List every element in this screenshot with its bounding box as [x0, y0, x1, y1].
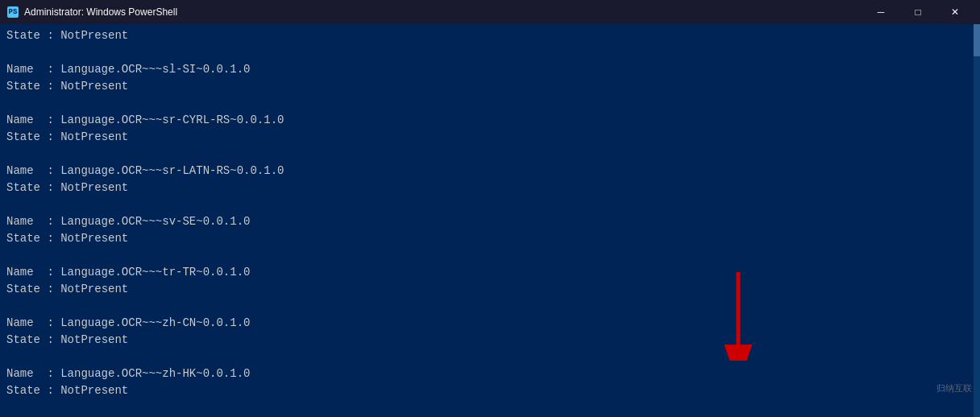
line-8: State : NotPresent: [6, 230, 974, 247]
line-1: Name : Language.OCR~~~sl-SI~0.0.1.0: [6, 61, 974, 78]
line-0: State : NotPresent: [6, 27, 974, 44]
powershell-window: PS Administrator: Windows PowerShell ─ □…: [0, 0, 980, 417]
window-title: Administrator: Windows PowerShell: [24, 6, 177, 18]
line-11: Name : Language.OCR~~~zh-CN~0.0.1.0: [6, 315, 974, 332]
line-10: State : NotPresent: [6, 281, 974, 298]
titlebar: PS Administrator: Windows PowerShell ─ □…: [0, 0, 980, 24]
terminal-body: State : NotPresent Name : Language.OCR~~…: [0, 24, 980, 417]
minimize-button[interactable]: ─: [862, 0, 899, 24]
line-blank-4: [6, 247, 974, 264]
line-4: State : NotPresent: [6, 129, 974, 146]
window-controls: ─ □ ✕: [862, 0, 974, 24]
powershell-icon: PS: [6, 6, 19, 19]
line-14: State : NotPresent: [6, 382, 974, 399]
line-12: State : NotPresent: [6, 332, 974, 349]
line-blank-1: [6, 95, 974, 112]
watermark: 归纳互联: [936, 382, 972, 394]
scrollbar[interactable]: [974, 24, 980, 417]
titlebar-left: PS Administrator: Windows PowerShell: [6, 6, 177, 19]
line-13: Name : Language.OCR~~~zh-HK~0.0.1.0: [6, 365, 974, 382]
line-3: Name : Language.OCR~~~sr-CYRL-RS~0.0.1.0: [6, 112, 974, 129]
scrollbar-thumb[interactable]: [974, 24, 980, 56]
line-7: Name : Language.OCR~~~sv-SE~0.0.1.0: [6, 213, 974, 230]
line-blank-0: [6, 44, 974, 61]
watermark-text: 归纳互联: [936, 383, 972, 393]
line-9: Name : Language.OCR~~~tr-TR~0.0.1.0: [6, 264, 974, 281]
ps-logo: PS: [7, 6, 19, 18]
line-2: State : NotPresent: [6, 78, 974, 95]
close-button[interactable]: ✕: [936, 0, 974, 24]
line-blank-7: [6, 399, 974, 416]
line-blank-3: [6, 196, 974, 213]
line-5: Name : Language.OCR~~~sr-LATN-RS~0.0.1.0: [6, 163, 974, 180]
maximize-button[interactable]: □: [899, 0, 936, 24]
line-blank-6: [6, 349, 974, 365]
line-blank-2: [6, 146, 974, 163]
line-blank-5: [6, 298, 974, 315]
line-6: State : NotPresent: [6, 180, 974, 196]
